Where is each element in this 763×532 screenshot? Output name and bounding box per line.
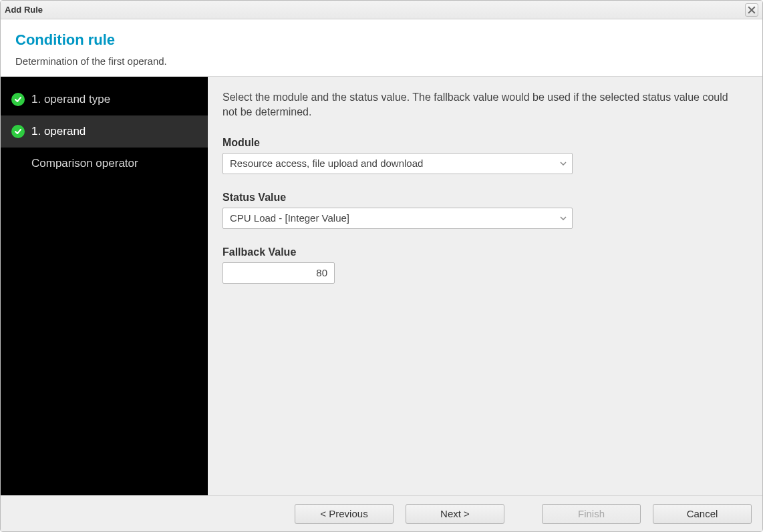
finish-button: Finish	[542, 504, 641, 524]
step-label: 1. operand	[31, 125, 86, 138]
wizard-footer: < Previous Next > Finish Cancel	[1, 495, 762, 531]
wizard-subtitle: Determination of the first operand.	[15, 55, 748, 67]
content-intro: Select the module and the status value. …	[222, 90, 744, 120]
fallback-value-label: Fallback Value	[222, 246, 748, 258]
step-label: Comparison operator	[31, 157, 138, 170]
close-icon	[748, 6, 756, 14]
chevron-down-icon	[555, 154, 572, 174]
close-button[interactable]	[745, 3, 758, 17]
window-title: Add Rule	[5, 5, 43, 15]
step-operand[interactable]: 1. operand	[1, 115, 208, 148]
titlebar: Add Rule	[1, 1, 762, 19]
previous-button[interactable]: < Previous	[295, 504, 394, 524]
chevron-down-icon	[555, 208, 572, 228]
check-icon	[11, 125, 25, 138]
module-field: Module Resource access, file upload and …	[222, 137, 748, 174]
cancel-button[interactable]: Cancel	[653, 504, 752, 524]
module-dropdown[interactable]: Resource access, file upload and downloa…	[222, 153, 573, 174]
fallback-value-field: Fallback Value	[222, 246, 748, 284]
step-comparison-operator[interactable]: Comparison operator	[1, 148, 208, 180]
wizard-title: Condition rule	[15, 31, 748, 49]
step-operand-type[interactable]: 1. operand type	[1, 83, 208, 115]
wizard-body: 1. operand type 1. operand Comparison op…	[1, 77, 762, 495]
wizard-content: Select the module and the status value. …	[208, 77, 762, 495]
check-icon	[11, 93, 25, 106]
next-button[interactable]: Next >	[406, 504, 504, 524]
status-value-dropdown[interactable]: CPU Load - [Integer Value]	[222, 208, 573, 229]
status-value-field: Status Value CPU Load - [Integer Value]	[222, 192, 748, 229]
dialog-window: Add Rule Condition rule Determination of…	[0, 0, 763, 532]
status-value: CPU Load - [Integer Value]	[230, 212, 555, 224]
module-value: Resource access, file upload and downloa…	[230, 158, 555, 169]
wizard-steps-sidebar: 1. operand type 1. operand Comparison op…	[1, 77, 208, 495]
module-label: Module	[222, 137, 748, 149]
wizard-header: Condition rule Determination of the firs…	[1, 19, 762, 77]
step-label: 1. operand type	[31, 93, 110, 106]
fallback-value-input[interactable]	[222, 262, 335, 284]
status-value-label: Status Value	[222, 192, 748, 204]
